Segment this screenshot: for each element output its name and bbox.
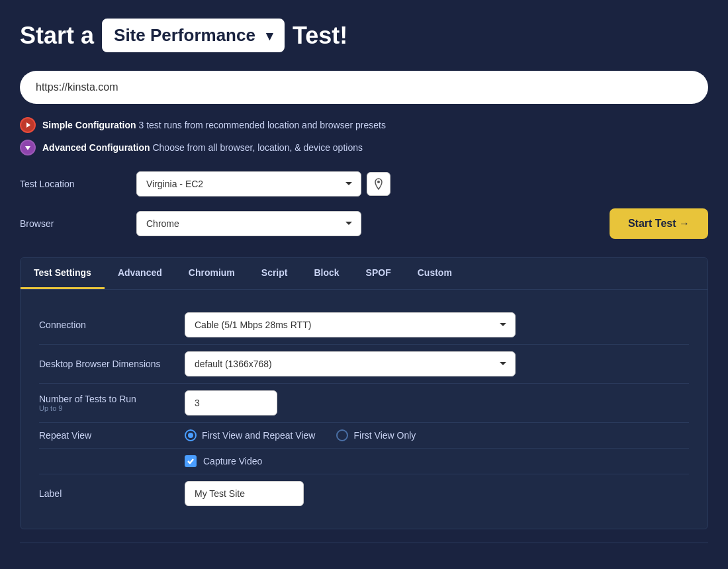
radio-first-only-label: First View Only bbox=[386, 454, 448, 464]
tabs-section: Test Settings Advanced Chromium Script B… bbox=[20, 273, 708, 305]
bottom-divider bbox=[20, 555, 708, 556]
tab-block[interactable]: Block bbox=[342, 273, 404, 304]
test-location-control: Virginia - EC2 California - EC2 Oregon -… bbox=[152, 176, 708, 204]
tab-advanced[interactable]: Advanced bbox=[114, 273, 196, 304]
url-input[interactable] bbox=[20, 69, 708, 102]
tab-script[interactable]: Script bbox=[279, 273, 343, 304]
svg-point-0 bbox=[396, 187, 400, 191]
num-tests-input[interactable] bbox=[205, 406, 278, 431]
tab-test-settings[interactable]: Test Settings bbox=[20, 273, 114, 304]
connection-control: Cable (5/1 Mbps 28ms RTT) DSL (1.5/0.384… bbox=[205, 321, 708, 347]
stepper-down-button[interactable]: ▼ bbox=[279, 418, 296, 429]
label-row: Label bbox=[20, 510, 708, 535]
advanced-config-fields: Test Location Virginia - EC2 California … bbox=[20, 176, 708, 253]
num-tests-control: ▲ ▼ bbox=[205, 406, 708, 431]
tab-custom[interactable]: Custom bbox=[467, 273, 539, 304]
radio-first-and-repeat-label: First View and Repeat View bbox=[222, 454, 336, 464]
header-test-text: Test! bbox=[302, 21, 357, 48]
test-type-label: Site Performance bbox=[114, 24, 266, 45]
advanced-config-row: Advanced Configuration Choose from all b… bbox=[20, 143, 708, 160]
num-tests-row: Number of Tests to Run Up to 9 ▲ ▼ bbox=[20, 406, 708, 432]
connection-row: Connection Cable (5/1 Mbps 28ms RTT) DSL… bbox=[20, 321, 708, 347]
chevron-down-icon: ▾ bbox=[275, 26, 283, 43]
settings-content: Connection Cable (5/1 Mbps 28ms RTT) DSL… bbox=[20, 305, 708, 535]
desktop-dimensions-select[interactable]: default (1366x768) 1920x1080 1280x800 25… bbox=[205, 363, 536, 390]
repeat-view-first-only[interactable]: First View Only bbox=[369, 453, 448, 465]
browser-label: Browser bbox=[20, 231, 152, 241]
tab-chromium[interactable]: Chromium bbox=[196, 273, 279, 304]
radio-first-and-repeat-icon bbox=[205, 453, 217, 465]
repeat-view-control: First View and Repeat View First View On… bbox=[205, 448, 708, 465]
capture-video-label: Capture Video bbox=[40, 482, 99, 493]
location-map-button[interactable] bbox=[384, 176, 412, 204]
repeat-view-label: Repeat View bbox=[20, 448, 205, 465]
start-test-button[interactable]: Start Test → bbox=[602, 218, 708, 253]
stepper-buttons: ▲ ▼ bbox=[278, 408, 296, 429]
repeat-view-radio-group: First View and Repeat View First View On… bbox=[205, 448, 708, 465]
test-location-select[interactable]: Virginia - EC2 California - EC2 Oregon -… bbox=[152, 177, 377, 202]
tabs-list: Test Settings Advanced Chromium Script B… bbox=[20, 273, 708, 304]
radio-first-only-icon bbox=[369, 453, 381, 465]
num-tests-stepper: ▲ ▼ bbox=[205, 406, 304, 431]
stepper-up-button[interactable]: ▲ bbox=[279, 408, 296, 418]
connection-label: Connection bbox=[20, 321, 205, 338]
test-type-dropdown[interactable]: Site Performance ▾ bbox=[102, 19, 295, 50]
connection-select[interactable]: Cable (5/1 Mbps 28ms RTT) DSL (1.5/0.384… bbox=[205, 321, 536, 347]
header-start-text: Start a bbox=[20, 21, 94, 48]
label-input[interactable] bbox=[205, 510, 338, 535]
advanced-config-icon[interactable] bbox=[20, 143, 37, 160]
label-field-label: Label bbox=[20, 510, 205, 527]
capture-video-checkbox[interactable] bbox=[20, 481, 33, 494]
desktop-dimensions-control: default (1366x768) 1920x1080 1280x800 25… bbox=[205, 363, 708, 390]
label-field-control bbox=[205, 510, 708, 535]
simple-config-label: Simple Configuration 3 test runs from re… bbox=[45, 120, 413, 131]
capture-video-row: Capture Video bbox=[20, 481, 708, 494]
browser-control: Chrome Firefox Safari Edge bbox=[152, 224, 377, 249]
page-header: Start a Site Performance ▾ Test! bbox=[20, 19, 708, 50]
browser-select[interactable]: Chrome Firefox Safari Edge bbox=[152, 224, 377, 249]
simple-config-row: Simple Configuration 3 test runs from re… bbox=[20, 116, 708, 134]
test-location-row: Test Location Virginia - EC2 California … bbox=[20, 176, 708, 204]
repeat-view-row: Repeat View First View and Repeat View F… bbox=[20, 448, 708, 465]
test-location-label: Test Location bbox=[20, 185, 152, 195]
advanced-config-label: Advanced Configuration Choose from all b… bbox=[45, 146, 388, 157]
tab-spof[interactable]: SPOF bbox=[405, 273, 467, 304]
num-tests-label: Number of Tests to Run Up to 9 bbox=[20, 406, 205, 432]
url-input-wrapper bbox=[20, 69, 708, 102]
simple-config-icon[interactable] bbox=[20, 116, 37, 134]
desktop-dimensions-label: Desktop Browser Dimensions bbox=[20, 363, 205, 380]
repeat-view-first-and-repeat[interactable]: First View and Repeat View bbox=[205, 453, 336, 465]
desktop-dimensions-row: Desktop Browser Dimensions default (1366… bbox=[20, 363, 708, 390]
browser-row: Browser Chrome Firefox Safari Edge Start… bbox=[20, 218, 708, 253]
